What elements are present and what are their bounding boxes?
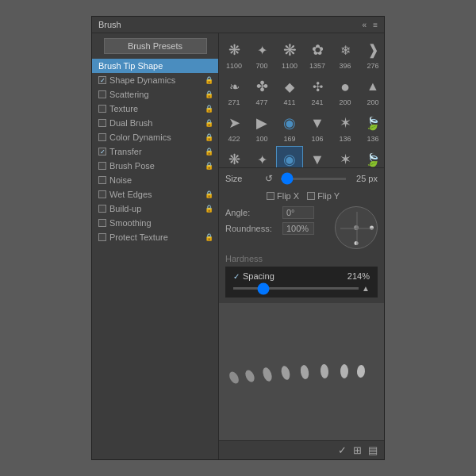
brush-pose-checkbox[interactable] xyxy=(98,162,106,170)
sidebar-item-noise[interactable]: Noise xyxy=(92,173,218,187)
roundness-input[interactable] xyxy=(282,222,314,235)
flip-x-checkbox[interactable] xyxy=(267,192,274,200)
brush-cell[interactable]: 700 xyxy=(248,36,275,72)
collapse-icon[interactable]: « xyxy=(363,21,367,29)
brush-cell[interactable]: 49 xyxy=(304,146,331,168)
brush-cell[interactable]: 477 xyxy=(248,73,275,109)
brush-cell[interactable]: 1100 xyxy=(276,36,303,72)
menu-icon[interactable]: ≡ xyxy=(373,21,378,29)
brush-cell[interactable]: 200 xyxy=(359,73,384,109)
brush-cell[interactable]: 93 xyxy=(248,146,275,168)
transfer-checkbox[interactable] xyxy=(98,148,106,155)
brush-cell[interactable]: 88 xyxy=(359,146,384,168)
brush-cell[interactable]: 276 xyxy=(359,36,384,72)
brush-preview xyxy=(333,148,357,168)
compass-widget[interactable] xyxy=(335,206,378,249)
spacing-slider[interactable] xyxy=(233,287,359,290)
angle-input[interactable] xyxy=(282,206,314,219)
sidebar-item-build-up[interactable]: Build-up 🔒 xyxy=(92,202,218,216)
brush-num: 411 xyxy=(283,98,295,106)
sidebar-item-label: Smoothing xyxy=(109,218,152,228)
svg-point-6 xyxy=(300,365,310,380)
brush-cell[interactable]: 100 xyxy=(248,109,275,145)
noise-checkbox[interactable] xyxy=(98,176,106,184)
sidebar-item-scattering[interactable]: Scattering 🔒 xyxy=(92,87,218,102)
brush-num: 100 xyxy=(255,135,267,143)
dual-brush-checkbox[interactable] xyxy=(98,119,106,127)
sidebar-item-label: Texture xyxy=(109,104,138,113)
svg-point-7 xyxy=(320,364,329,379)
angle-row: Angle: xyxy=(225,206,328,219)
sidebar-item-texture[interactable]: Texture 🔒 xyxy=(92,102,218,116)
brush-cell[interactable]: 422 xyxy=(221,109,248,145)
sidebar-item-protect-texture[interactable]: Protect Texture 🔒 xyxy=(92,230,218,244)
lock-icon: 🔒 xyxy=(205,162,213,170)
panel-content: Brush Presets Brush Tip Shape Shape Dyna… xyxy=(92,33,384,459)
brush-cell-selected[interactable]: 117 xyxy=(276,146,303,168)
flip-y-label[interactable]: Flip Y xyxy=(307,191,340,201)
texture-checkbox[interactable] xyxy=(98,105,106,113)
brush-num: 700 xyxy=(255,62,267,70)
protect-texture-checkbox[interactable] xyxy=(98,233,106,241)
brush-num: 477 xyxy=(255,98,267,106)
brush-cell[interactable]: 200 xyxy=(332,73,359,109)
wet-edges-checkbox[interactable] xyxy=(98,190,106,198)
grid-icon[interactable]: ⊞ xyxy=(353,444,362,456)
flip-y-checkbox[interactable] xyxy=(307,192,315,200)
brush-preview xyxy=(222,148,246,168)
sidebar-item-label: Scattering xyxy=(109,90,149,99)
flip-x-label[interactable]: Flip X xyxy=(267,191,299,201)
brush-preview xyxy=(278,39,301,61)
brush-cell[interactable]: 169 xyxy=(276,109,303,145)
brush-preview xyxy=(361,75,384,98)
lock-icon: 🔒 xyxy=(205,119,213,127)
brush-cell[interactable]: 1398 xyxy=(221,146,248,168)
sidebar-item-brush-pose[interactable]: Brush Pose 🔒 xyxy=(92,159,218,173)
brush-num: 136 xyxy=(367,135,378,143)
brush-cell[interactable]: 106 xyxy=(304,109,331,145)
color-dynamics-checkbox[interactable] xyxy=(98,133,106,141)
angle-round-area: Angle: Roundness: xyxy=(225,206,378,249)
list-icon[interactable]: ▤ xyxy=(368,444,378,456)
size-value: 25 px xyxy=(354,174,378,183)
spacing-top-row: ✓ Spacing 214% xyxy=(233,271,370,281)
lock-icon: 🔒 xyxy=(205,90,213,98)
scattering-checkbox[interactable] xyxy=(98,90,106,98)
sidebar-item-transfer[interactable]: Transfer 🔒 xyxy=(92,144,218,159)
brush-cell[interactable]: 1100 xyxy=(221,36,248,72)
sidebar-item-brush-tip-shape[interactable]: Brush Tip Shape xyxy=(92,59,218,73)
sidebar-item-color-dynamics[interactable]: Color Dynamics 🔒 xyxy=(92,130,218,144)
lock-icon: 🔒 xyxy=(205,148,213,155)
size-reset-button[interactable]: ↺ xyxy=(262,173,276,184)
brush-preview xyxy=(305,148,329,168)
brush-num: 106 xyxy=(311,135,323,143)
brush-cell[interactable]: 1357 xyxy=(304,36,331,72)
sidebar-item-smoothing[interactable]: Smoothing xyxy=(92,216,218,230)
shape-dynamics-checkbox[interactable] xyxy=(98,76,106,84)
spacing-up-arrow[interactable]: ▲ xyxy=(362,284,370,293)
size-slider[interactable] xyxy=(281,178,346,180)
build-up-checkbox[interactable] xyxy=(98,205,106,213)
checkmark-icon[interactable]: ✓ xyxy=(338,444,347,456)
brush-cell[interactable]: 411 xyxy=(276,73,303,109)
sidebar-item-label: Noise xyxy=(109,175,132,185)
brush-cell[interactable]: 60 xyxy=(332,146,359,168)
right-panel: 1100 700 1100 1357 396 276 271 477 411 2… xyxy=(219,33,384,459)
sidebar-item-shape-dynamics[interactable]: Shape Dynamics 🔒 xyxy=(92,73,218,87)
brush-cell[interactable]: 136 xyxy=(332,109,359,145)
sidebar-item-dual-brush[interactable]: Dual Brush 🔒 xyxy=(92,116,218,130)
sidebar-item-wet-edges[interactable]: Wet Edges 🔒 xyxy=(92,187,218,202)
hardness-label: Hardness xyxy=(225,254,378,263)
spacing-checkmark[interactable]: ✓ xyxy=(233,272,240,281)
brush-stroke-preview xyxy=(222,347,381,395)
spacing-check: ✓ Spacing xyxy=(233,271,347,281)
roundness-row: Roundness: xyxy=(225,222,328,235)
brush-preview xyxy=(250,112,274,134)
panel-titlebar: Brush « ≡ xyxy=(92,17,384,33)
brush-cell[interactable]: 271 xyxy=(221,73,248,109)
smoothing-checkbox[interactable] xyxy=(98,219,106,227)
brush-presets-button[interactable]: Brush Presets xyxy=(104,38,207,54)
brush-cell[interactable]: 396 xyxy=(332,36,359,72)
brush-cell[interactable]: 241 xyxy=(304,73,331,109)
brush-cell[interactable]: 136 xyxy=(359,109,384,145)
